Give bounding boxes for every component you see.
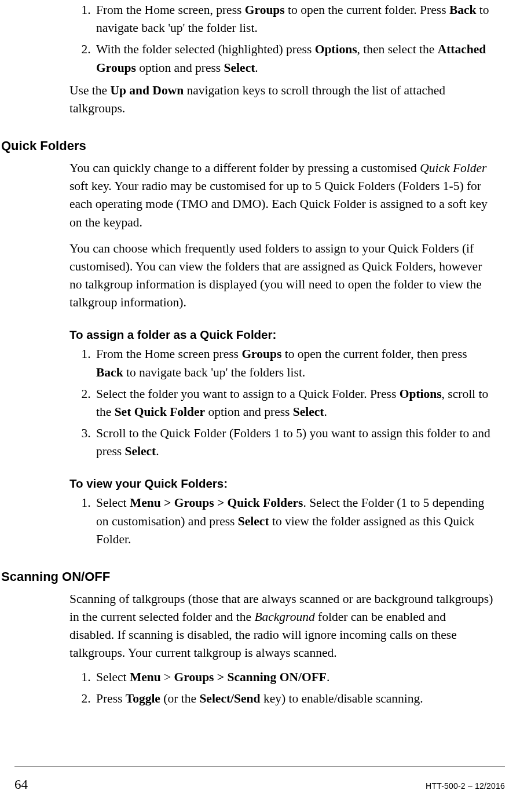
text: , then select the (357, 42, 438, 56)
text: to open the current folder. Press (285, 3, 449, 17)
page-number: 64 (14, 777, 28, 792)
text: to navigate back 'up' the folders list. (123, 365, 306, 379)
text: option and press (205, 405, 293, 419)
text: Use the (69, 83, 110, 97)
intro-ordered-list: From the Home screen, press Groups to op… (69, 1, 493, 77)
list-item: Press Toggle (or the Select/Send key) to… (94, 690, 493, 708)
page: From the Home screen, press Groups to op… (0, 0, 531, 812)
text: With the folder selected (highlighted) p… (96, 42, 315, 56)
sub-heading-assign: To assign a folder as a Quick Folder: (69, 328, 493, 342)
paragraph: You can quickly change to a different fo… (69, 159, 493, 232)
section-heading-quick-folders: Quick Folders (0, 138, 493, 153)
section-heading-scanning: Scanning ON/OFF (0, 569, 493, 584)
bold-term: Select (293, 405, 324, 419)
bold-term: Select (224, 61, 255, 75)
bold-term: Options (400, 387, 442, 401)
list-item: Select Menu > Groups > Quick Folders. Se… (94, 494, 493, 548)
bold-term: Select (238, 514, 269, 528)
list-item: Select Menu > Groups > Scanning ON/OFF. (94, 668, 493, 686)
paragraph: Scanning of talkgroups (those that are a… (69, 590, 493, 663)
bold-term: Select (125, 444, 156, 458)
text: Press (96, 692, 126, 705)
document-id: HTT-500-2 – 12/2016 (426, 781, 505, 791)
sub-heading-view: To view your Quick Folders: (69, 477, 493, 491)
footer-row: 64 HTT-500-2 – 12/2016 (14, 777, 505, 792)
text: option and press (136, 61, 224, 75)
text: From the Home screen, press (96, 3, 245, 17)
list-item: From the Home screen, press Groups to op… (94, 1, 493, 37)
content-area: From the Home screen, press Groups to op… (0, 0, 505, 708)
bold-term: Toggle (126, 692, 160, 705)
bold-term: Select/Send (199, 692, 260, 705)
text: to open the current folder, then press (281, 347, 467, 361)
italic-term: Quick Folder (420, 161, 486, 175)
paragraph: You can choose which frequently used fol… (69, 240, 493, 312)
text: . (255, 61, 258, 75)
view-ordered-list: Select Menu > Groups > Quick Folders. Se… (69, 494, 493, 548)
text: key) to enable/disable scanning. (261, 692, 423, 705)
text: Select (96, 670, 130, 684)
bold-term: Options (315, 42, 357, 56)
italic-term: Background (254, 610, 314, 624)
page-footer: 64 HTT-500-2 – 12/2016 (0, 766, 531, 792)
text: You can quickly change to a different fo… (69, 161, 420, 175)
bold-term: Menu > Groups > Quick Folders (130, 496, 303, 510)
list-item: From the Home screen press Groups to ope… (94, 345, 493, 381)
list-item: With the folder selected (highlighted) p… (94, 41, 493, 76)
bold-term: Groups > Scanning ON/OFF (174, 670, 327, 684)
text: . (324, 405, 327, 419)
text: Select the folder you want to assign to … (96, 387, 400, 401)
footer-divider (14, 766, 505, 767)
bold-term: Back (96, 365, 123, 379)
bold-term: Back (449, 3, 477, 17)
paragraph: Use the Up and Down navigation keys to s… (69, 82, 493, 118)
text: (or the (160, 692, 199, 705)
bold-term: Set Quick Folder (115, 405, 205, 419)
list-item: Select the folder you want to assign to … (94, 385, 493, 421)
bold-term: Groups (245, 3, 285, 17)
text: soft key. Your radio may be customised f… (69, 179, 488, 229)
assign-ordered-list: From the Home screen press Groups to ope… (69, 345, 493, 460)
bold-term: Groups (241, 347, 281, 361)
text: . (156, 444, 159, 458)
text: . (327, 670, 329, 684)
list-item: Scroll to the Quick Folder (Folders 1 to… (94, 425, 493, 460)
text: > (161, 670, 174, 684)
bold-term: Up and Down (110, 83, 184, 97)
text: From the Home screen press (96, 347, 241, 361)
text: Select (96, 496, 130, 510)
bold-term: Menu (130, 670, 161, 684)
scanning-ordered-list: Select Menu > Groups > Scanning ON/OFF. … (69, 668, 493, 708)
